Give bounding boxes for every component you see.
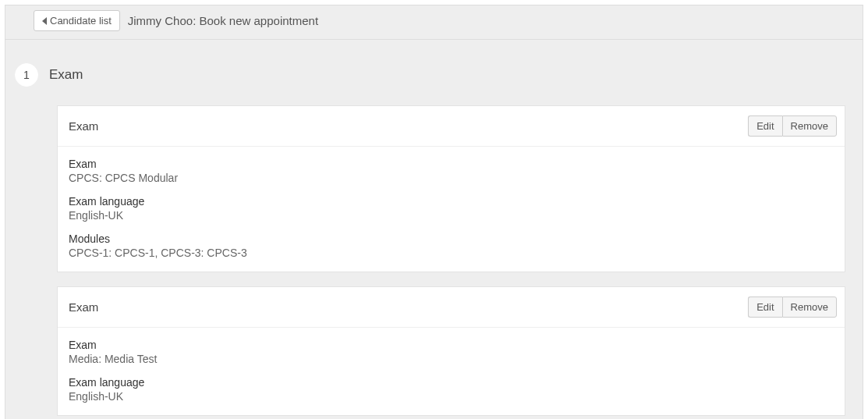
- exam-card-title: Exam: [69, 300, 98, 314]
- header-bar: Candidate list Jimmy Choo: Book new appo…: [5, 5, 863, 40]
- back-button[interactable]: Candidate list: [34, 10, 120, 31]
- exam-language-field: Exam language English-UK: [69, 376, 834, 403]
- exam-card-body: Exam Media: Media Test Exam language Eng…: [58, 328, 845, 415]
- exam-card-actions: Edit Remove: [748, 296, 837, 318]
- exam-card: Exam Edit Remove Exam Media: Media Test …: [57, 286, 845, 416]
- exam-card-body: Exam CPCS: CPCS Modular Exam language En…: [58, 147, 845, 272]
- modules-field: Modules CPCS-1: CPCS-1, CPCS-3: CPCS-3: [69, 233, 834, 259]
- exam-field-label: Exam: [69, 158, 834, 170]
- exam-card: Exam Edit Remove Exam CPCS: CPCS Modular…: [57, 105, 845, 272]
- modules-value: CPCS-1: CPCS-1, CPCS-3: CPCS-3: [69, 247, 834, 259]
- chevron-left-icon: [42, 17, 47, 25]
- exam-card-header: Exam Edit Remove: [58, 287, 845, 328]
- section-header: 1 Exam: [15, 63, 845, 87]
- exam-card-actions: Edit Remove: [748, 115, 837, 137]
- modules-label: Modules: [69, 233, 834, 245]
- step-badge: 1: [15, 63, 38, 87]
- exam-language-label: Exam language: [69, 376, 834, 389]
- exam-language-label: Exam language: [69, 195, 834, 208]
- exam-language-value: English-UK: [69, 390, 834, 403]
- remove-button[interactable]: Remove: [782, 115, 837, 137]
- exam-cards: Exam Edit Remove Exam CPCS: CPCS Modular…: [57, 105, 845, 416]
- exam-section: 1 Exam Exam Edit Remove Exam CPCS: CPCS …: [5, 40, 863, 419]
- back-button-label: Candidate list: [50, 15, 112, 27]
- remove-button[interactable]: Remove: [782, 296, 837, 318]
- exam-field-value: CPCS: CPCS Modular: [69, 172, 834, 184]
- exam-field: Exam Media: Media Test: [69, 339, 834, 365]
- exam-card-title: Exam: [69, 119, 98, 133]
- page-container: Candidate list Jimmy Choo: Book new appo…: [5, 5, 863, 419]
- section-title: Exam: [49, 67, 83, 83]
- edit-button[interactable]: Edit: [748, 115, 781, 137]
- exam-card-header: Exam Edit Remove: [58, 106, 845, 147]
- exam-field-label: Exam: [69, 339, 834, 351]
- page-title: Jimmy Choo: Book new appointment: [128, 14, 318, 27]
- exam-language-field: Exam language English-UK: [69, 195, 834, 222]
- exam-language-value: English-UK: [69, 209, 834, 222]
- exam-field-value: Media: Media Test: [69, 353, 834, 365]
- edit-button[interactable]: Edit: [748, 296, 781, 318]
- exam-field: Exam CPCS: CPCS Modular: [69, 158, 834, 184]
